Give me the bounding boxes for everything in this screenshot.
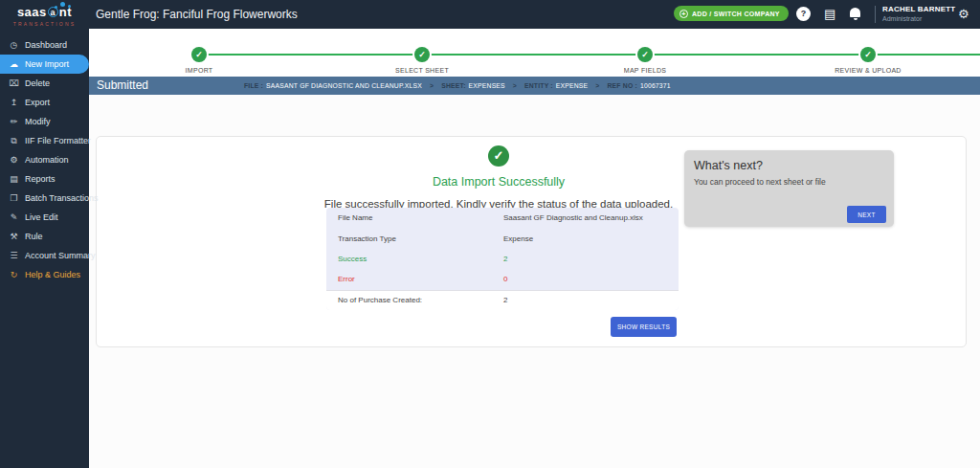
breadcrumb-value: EXPENSE xyxy=(556,82,589,89)
sidebar-item-live-edit[interactable]: ✎Live Edit xyxy=(0,208,89,227)
sidebar-item-label: Dashboard xyxy=(25,40,67,50)
show-results-button[interactable]: SHOW RESULTS xyxy=(611,317,677,337)
logo-dots-icon xyxy=(55,2,74,10)
cloud-upload-icon: ☁ xyxy=(9,59,19,69)
import-result-card: ✓ Data Import Successfully File successf… xyxy=(96,136,967,347)
check-circle-icon: ✓ xyxy=(860,47,876,62)
check-circle-icon: ✓ xyxy=(191,47,207,62)
breadcrumb-separator: > xyxy=(430,82,434,89)
table-row: Error0 xyxy=(326,269,679,289)
next-button[interactable]: NEXT xyxy=(847,206,886,223)
sidebar-item-label: Modify xyxy=(25,117,51,126)
user-role: Administrator xyxy=(882,15,955,22)
whats-next-panel: What's next? You can proceed to next she… xyxy=(684,150,894,227)
row-value: 2 xyxy=(503,296,679,304)
table-row: Transaction TypeExpense xyxy=(326,228,679,248)
sidebar-item-automation[interactable]: ⚙Automation xyxy=(0,150,89,169)
sidebar-item-export[interactable]: ↥Export xyxy=(0,93,89,112)
user-menu[interactable]: RACHEL BARNETT Administrator xyxy=(882,5,955,22)
success-check-icon: ✓ xyxy=(488,145,509,167)
sidebar-item-label: Automation xyxy=(25,155,69,165)
sidebar-item-help-guides[interactable]: ↻Help & Guides xyxy=(0,265,89,284)
plus-icon: + xyxy=(679,10,688,18)
company-title: Gentle Frog: Fanciful Frog Flowerworks xyxy=(96,0,298,29)
sidebar-item-new-import[interactable]: ☁New Import xyxy=(0,55,89,74)
breadcrumb-label: FILE : xyxy=(244,82,263,89)
sidebar-item-modify[interactable]: ✏Modify xyxy=(0,112,89,131)
sidebar-item-batch-transactions[interactable]: ❐Batch Transactions xyxy=(0,189,89,208)
row-label: Success xyxy=(326,255,503,263)
dashboard-icon: ◷ xyxy=(9,40,19,50)
wrench-icon: ⚒ xyxy=(9,232,19,241)
sidebar-item-reports[interactable]: ▤Reports xyxy=(0,169,89,189)
sidebar-item-rule[interactable]: ⚒Rule xyxy=(0,227,89,246)
status-title: Submitted xyxy=(97,77,148,95)
help-icon[interactable]: ? xyxy=(796,7,811,21)
row-label: No of Purchase Created: xyxy=(326,296,503,304)
user-name: RACHEL BARNETT xyxy=(882,5,955,13)
add-switch-company-label: ADD / SWITCH COMPANY xyxy=(692,11,780,17)
sidebar-item-label: Help & Guides xyxy=(25,270,80,279)
gear-icon[interactable]: ⚙ xyxy=(958,6,969,22)
breadcrumb-value: 10067371 xyxy=(640,82,671,89)
status-bar: Submitted FILE :SAASANT GF DIAGNOSTIC AN… xyxy=(89,77,980,95)
whats-next-title: What's next? xyxy=(684,150,894,172)
check-circle-icon: ✓ xyxy=(414,47,430,62)
copy-pages-icon: ❐ xyxy=(9,193,19,203)
gears-icon: ⚙ xyxy=(9,155,19,165)
pencil-icon: ✎ xyxy=(9,212,19,222)
topbar-divider xyxy=(875,6,876,23)
sidebar-item-label: Account Summary xyxy=(25,251,96,260)
sidebar-item-label: Rule xyxy=(25,232,43,241)
sidebar-item-label: New Import xyxy=(25,59,69,69)
sidebar-nav: ◷Dashboard☁New Import⌧Delete↥Export✏Modi… xyxy=(0,29,89,468)
saasant-logo: saasant TRANSACTIONS xyxy=(0,0,89,29)
sidebar-item-label: Reports xyxy=(25,174,56,184)
breadcrumb-label: ENTITY : xyxy=(524,82,553,89)
result-table: File NameSaasant GF Diagnostic and Clean… xyxy=(326,208,679,310)
breadcrumb: FILE :SAASANT GF DIAGNOSTIC AND CLEANUP.… xyxy=(244,77,671,95)
sidebar-item-label: IIF File Formatter xyxy=(25,136,91,145)
bell-icon[interactable] xyxy=(850,8,861,21)
row-value: Expense xyxy=(503,234,679,243)
logo-part: saas xyxy=(17,5,47,19)
sidebar-item-delete[interactable]: ⌧Delete xyxy=(0,74,89,93)
row-value: 2 xyxy=(503,255,679,263)
breadcrumb-label: SHEET: xyxy=(441,82,465,89)
help-circle-icon: ↻ xyxy=(9,270,19,279)
sidebar-item-account-summary[interactable]: ☰Account Summary xyxy=(0,246,89,265)
breadcrumb-separator: > xyxy=(595,82,599,89)
reports-chart-icon: ▤ xyxy=(9,174,19,184)
breadcrumb-value: EXPENSES xyxy=(469,82,505,89)
table-row: Success2 xyxy=(326,249,679,269)
row-label: File Name xyxy=(326,213,503,222)
sidebar-item-iif-file-formatter[interactable]: ⧉IIF File Formatter xyxy=(0,131,89,150)
sidebar-item-label: Delete xyxy=(25,78,50,88)
table-row: No of Purchase Created:2 xyxy=(326,290,679,310)
logo-text: saasant xyxy=(17,6,72,18)
step-label: REVIEW & UPLOAD xyxy=(811,67,925,74)
add-switch-company-button[interactable]: + ADD / SWITCH COMPANY xyxy=(674,6,789,21)
journal-icon[interactable]: ▤ xyxy=(824,6,835,22)
row-label: Transaction Type xyxy=(326,234,503,243)
modify-doc-icon: ✏ xyxy=(9,117,19,126)
breadcrumb-value: SAASANT GF DIAGNOSTIC AND CLEANUP.XLSX xyxy=(266,82,422,89)
row-value: Saasant GF Diagnostic and Cleanup.xlsx xyxy=(503,213,679,222)
list-icon: ☰ xyxy=(9,251,19,260)
row-label: Error xyxy=(326,275,503,283)
step-label: IMPORT xyxy=(142,67,256,74)
sidebar-item-dashboard[interactable]: ◷Dashboard xyxy=(0,35,89,55)
table-row: File NameSaasant GF Diagnostic and Clean… xyxy=(326,208,679,228)
step-label: MAP FIELDS xyxy=(588,67,702,74)
step-label: SELECT SHEET xyxy=(365,67,479,74)
sidebar-item-label: Export xyxy=(25,98,50,107)
logo-subtitle: TRANSACTIONS xyxy=(0,21,89,27)
app-window: saasant TRANSACTIONS Gentle Frog: Fancif… xyxy=(0,0,980,468)
check-circle-icon: ✓ xyxy=(637,47,653,62)
external-link-icon: ⧉ xyxy=(9,136,19,146)
whats-next-body: You can proceed to next sheet or file xyxy=(684,172,894,187)
breadcrumb-separator: > xyxy=(513,82,517,89)
trash-icon: ⌧ xyxy=(9,78,19,88)
stepper: ✓IMPORT✓SELECT SHEET✓MAP FIELDS✓REVIEW &… xyxy=(89,29,980,77)
sidebar-item-label: Batch Transactions xyxy=(25,193,99,203)
